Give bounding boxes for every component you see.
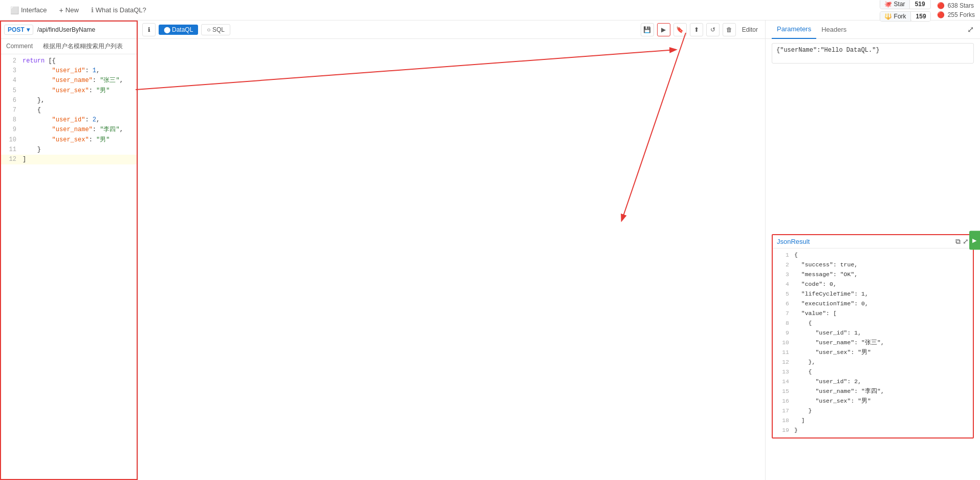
upload-btn[interactable]: ⬆ <box>690 23 703 36</box>
code-line-11: 12 ] <box>0 155 138 164</box>
tab-comment[interactable]: Comment <box>0 39 39 54</box>
result-line-8: 8 { <box>773 319 973 328</box>
code-line-10: 11 } <box>0 145 138 155</box>
right-panel-body: {"userName":"Hello DataQL."} JsonResult … <box>766 39 980 480</box>
result-line-5: 5 "lifeCycleTime": 1, <box>773 289 973 299</box>
nav-interface-label: Interface <box>21 6 47 14</box>
radio-empty-icon: ○ <box>207 26 210 33</box>
result-line-7: 7 "value": [ <box>773 309 973 319</box>
github-stars-forks: 🔴 638 Stars 🔴 255 Forks <box>937 2 975 18</box>
result-line-19: 19} <box>773 426 973 435</box>
code-line-6: 7 { <box>0 106 138 115</box>
star-label: Star <box>894 1 905 8</box>
result-line-3: 3 "message": "OK", <box>773 270 973 280</box>
fork-icon: 🔱 <box>884 13 892 20</box>
result-line-6: 6 "executionTime": 0, <box>773 299 973 309</box>
copy-result-btn[interactable]: ⧉ <box>955 237 961 246</box>
result-section: JsonResult ⧉ ⤢ 1{ 2 "success": true, 3 "… <box>772 234 974 439</box>
code-line-5: 6 }, <box>0 96 138 106</box>
green-side-btn[interactable]: ▶ <box>969 231 980 249</box>
code-line-3: 4 "user_name": "张三", <box>0 76 138 86</box>
forks-total: 255 Forks <box>948 11 975 18</box>
main-layout: POST ▾ /api/findUserByName Comment 根据用户名… <box>0 20 980 480</box>
sql-label: SQL <box>212 26 225 33</box>
result-title: JsonResult <box>777 238 810 245</box>
nav-left: ⬜ Interface + New ℹ What is DataQL? <box>5 4 151 16</box>
delete-btn[interactable]: 🗑 <box>723 23 736 36</box>
nav-dataql-label: What is DataQL? <box>96 6 146 14</box>
middle-spacer <box>772 65 974 234</box>
nav-new[interactable]: + New <box>54 4 84 16</box>
expand-icon[interactable]: ⤢ <box>967 25 974 34</box>
result-line-9: 9 "user_id": 1, <box>773 328 973 338</box>
editor-tabs: Comment 根据用户名模糊搜索用户列表 <box>0 39 138 54</box>
nav-what-is-dataql[interactable]: ℹ What is DataQL? <box>86 4 151 16</box>
star-label-btn[interactable]: 🐙 Star <box>880 0 910 9</box>
result-line-11: 11 "user_sex": "男" <box>773 348 973 358</box>
star-count: 519 <box>911 0 929 9</box>
radio-icon: ⬤ <box>164 26 170 33</box>
code-line-4: 5 "user_sex": "男" <box>0 86 138 96</box>
fork-group[interactable]: 🔱 Fork 159 <box>880 11 931 22</box>
right-panel: Parameters Headers ⤢ {"userName":"Hello … <box>765 20 980 480</box>
code-line-8: 9 "user_name": "李四", <box>0 125 138 135</box>
stars-total: 638 Stars <box>948 2 974 9</box>
dataql-btn[interactable]: ⬤ DataQL <box>159 25 198 35</box>
total-forks: 🔴 255 Forks <box>937 11 975 18</box>
code-line-1: 2 return [{ <box>0 56 138 66</box>
result-line-17: 17 } <box>773 406 973 416</box>
method-select[interactable]: POST ▾ <box>4 25 33 35</box>
result-line-14: 14 "user_id": 2, <box>773 377 973 387</box>
fork-count: 159 <box>912 12 930 21</box>
plus-icon: + <box>59 6 63 14</box>
code-editor[interactable]: 2 return [{ 3 "user_id": 1, 4 "user_name… <box>0 54 138 480</box>
right-panel-tabs: Parameters Headers ⤢ <box>766 20 980 39</box>
center-toolbar: ℹ ⬤ DataQL ○ SQL 💾 ▶ 🔖 ⬆ ↺ 🗑 Editor <box>138 20 765 39</box>
result-code: 1{ 2 "success": true, 3 "message": "OK",… <box>773 248 973 437</box>
editor-btn[interactable]: Editor <box>739 25 761 34</box>
result-line-2: 2 "success": true, <box>773 260 973 270</box>
info-toolbar-btn[interactable]: ℹ <box>142 23 156 36</box>
method-value: POST <box>8 26 25 33</box>
result-line-12: 12 }, <box>773 358 973 367</box>
fork-label-btn[interactable]: 🔱 Fork <box>880 12 911 21</box>
nav-right: 🐙 Star 519 🔱 Fork 159 🔴 638 Stars 🔴 255 <box>880 0 975 22</box>
dataql-label: DataQL <box>172 26 193 33</box>
api-path[interactable]: /api/findUserByName <box>35 25 134 34</box>
nav-new-label: New <box>66 6 79 14</box>
method-bar: POST ▾ /api/findUserByName <box>0 20 138 39</box>
result-line-4: 4 "code": 0, <box>773 280 973 289</box>
top-nav: ⬜ Interface + New ℹ What is DataQL? 🐙 St… <box>0 0 980 20</box>
params-input[interactable]: {"userName":"Hello DataQL."} <box>772 43 974 64</box>
refresh-btn[interactable]: ↺ <box>706 23 720 36</box>
run-btn[interactable]: ▶ <box>657 23 670 36</box>
result-line-16: 16 "user_sex": "男" <box>773 396 973 406</box>
result-line-1: 1{ <box>773 251 973 260</box>
result-line-15: 15 "user_name": "李四", <box>773 387 973 396</box>
github-icon: 🐙 <box>884 1 892 8</box>
github-stats: 🐙 Star 519 🔱 Fork 159 <box>880 0 931 22</box>
result-line-10: 10 "user_name": "张三", <box>773 338 973 348</box>
expand-result-btn[interactable]: ⤢ <box>963 237 969 246</box>
left-panel: POST ▾ /api/findUserByName Comment 根据用户名… <box>0 20 138 480</box>
chevron-down-icon: ▾ <box>27 26 30 33</box>
code-line-2: 3 "user_id": 1, <box>0 66 138 76</box>
nav-interface[interactable]: ⬜ Interface <box>5 4 52 16</box>
result-actions: ⧉ ⤢ <box>955 237 969 246</box>
center-content <box>138 39 765 480</box>
bookmark-btn[interactable]: 🔖 <box>673 23 687 36</box>
center-panel: ℹ ⬤ DataQL ○ SQL 💾 ▶ 🔖 ⬆ ↺ 🗑 Editor <box>138 20 765 480</box>
code-line-7: 8 "user_id": 2, <box>0 115 138 125</box>
result-line-18: 18 ] <box>773 416 973 426</box>
tab-parameters[interactable]: Parameters <box>772 20 816 39</box>
sql-btn[interactable]: ○ SQL <box>201 24 230 35</box>
star-group[interactable]: 🐙 Star 519 <box>880 0 931 9</box>
result-line-13: 13 { <box>773 367 973 377</box>
info-icon: ℹ <box>91 6 94 14</box>
tab-headers[interactable]: Headers <box>816 20 852 39</box>
fork-label: Fork <box>894 13 906 20</box>
code-line-9: 10 "user_sex": "男" <box>0 135 138 145</box>
save-btn[interactable]: 💾 <box>641 23 654 36</box>
interface-icon: ⬜ <box>10 6 19 14</box>
result-header: JsonResult ⧉ ⤢ <box>773 235 973 248</box>
